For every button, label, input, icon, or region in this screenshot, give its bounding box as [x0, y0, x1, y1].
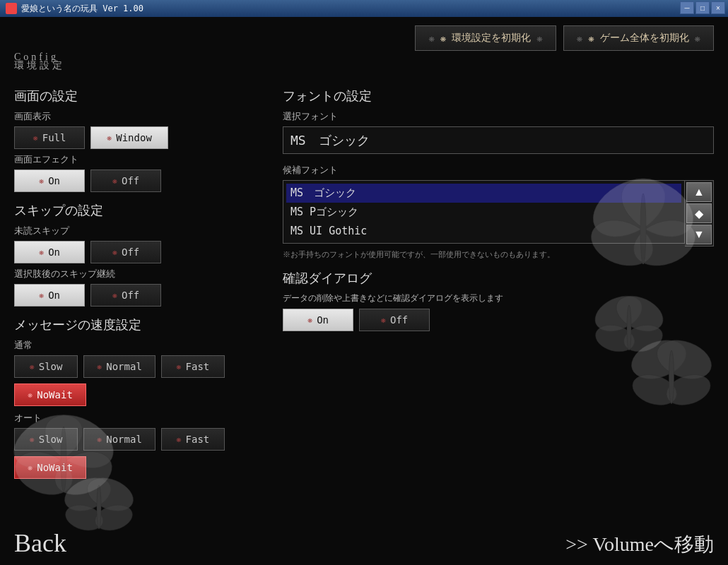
after-off-button[interactable]: ❋ Off: [90, 284, 161, 307]
auto-normal-button[interactable]: ❋ Normal: [83, 428, 155, 451]
normal-nowait-button[interactable]: ❋ NoWait: [14, 383, 86, 406]
window-icon: ❋: [107, 133, 112, 143]
unread-off-button[interactable]: ❋ Off: [90, 241, 161, 263]
n-nowait-icon: ❋: [28, 390, 33, 400]
message-speed-section: メッセージの速度設定 通常 ❋ Slow ❋ Normal ❋ Fast: [14, 316, 254, 479]
font-up-button[interactable]: ▲: [686, 182, 712, 202]
confirm-off-icon: ❋: [381, 315, 386, 325]
font-diamond-button[interactable]: ◆: [686, 203, 712, 223]
maximize-button[interactable]: □: [695, 1, 710, 14]
unread-skip-label: 未読スキップ: [14, 225, 254, 237]
unread-on-icon: ❋: [39, 247, 44, 257]
bottom-nav: Back >> Volumeへ移動: [14, 528, 714, 558]
normal-fast-button[interactable]: ❋ Fast: [161, 355, 225, 378]
reset-all-label: ゲーム全体を初期化: [600, 32, 689, 44]
font-item-0[interactable]: MS ゴシック: [286, 184, 681, 203]
after-choice-label: 選択肢後のスキップ継続: [14, 268, 254, 280]
font-note: ※お手持ちのフォントが使用可能ですが、一部使用できないものもあります。: [283, 249, 714, 260]
effect-off-icon: ❋: [112, 176, 117, 186]
confirm-on-icon: ❋: [307, 315, 312, 325]
skip-section-title: スキップの設定: [14, 202, 254, 219]
font-item-1[interactable]: MS Pゴシック: [286, 203, 681, 222]
effect-on-button[interactable]: ❋ On: [14, 170, 85, 192]
normal-speed-label: 通常: [14, 339, 254, 352]
auto-fast-button[interactable]: ❋ Fast: [161, 428, 225, 451]
a-nowait-icon: ❋: [28, 463, 33, 472]
auto-nowait-button[interactable]: ❋ NoWait: [14, 456, 86, 479]
confirm-desc: データの削除や上書きなどに確認ダイアログを表示します: [283, 292, 714, 304]
normal-normal-button[interactable]: ❋ Normal: [83, 355, 155, 378]
a-normal-icon: ❋: [97, 434, 102, 444]
screen-display-label: 画面表示: [14, 110, 254, 123]
font-item-3[interactable]: Gulim: [286, 240, 681, 244]
reset-all-icon: ❋: [588, 32, 594, 44]
font-section-title: フォントの設定: [283, 88, 714, 105]
confirm-on-button[interactable]: ❋ On: [283, 309, 353, 331]
message-speed-title: メッセージの速度設定: [14, 316, 254, 333]
unread-on-button[interactable]: ❋ On: [14, 241, 85, 263]
font-list-controls: ▲ ◆ ▼: [685, 180, 714, 246]
auto-slow-button[interactable]: ❋ Slow: [14, 428, 78, 451]
a-fast-icon: ❋: [176, 434, 181, 444]
normal-slow-button[interactable]: ❋ Slow: [14, 355, 78, 378]
next-button[interactable]: >> Volumeへ移動: [565, 531, 714, 558]
back-button[interactable]: Back: [14, 528, 66, 558]
n-fast-icon: ❋: [176, 362, 181, 371]
confirm-section-title: 確認ダイアログ: [283, 270, 714, 287]
svg-point-25: [97, 485, 101, 529]
confirm-section: 確認ダイアログ データの削除や上書きなどに確認ダイアログを表示します ❋ On …: [283, 270, 714, 331]
font-item-2[interactable]: MS UI Gothic: [286, 222, 681, 240]
close-button[interactable]: ×: [711, 1, 725, 14]
auto-speed-label: オート: [14, 412, 254, 424]
after-off-icon: ❋: [112, 290, 117, 300]
reset-env-label: 環境設定を初期化: [452, 32, 531, 44]
effect-on-icon: ❋: [39, 176, 44, 186]
font-section: フォントの設定 選択フォント 候補フォント MS ゴシック MS Pゴシック M…: [283, 88, 714, 260]
font-down-button[interactable]: ▼: [686, 225, 712, 244]
title-bar-icon: [6, 3, 17, 14]
config-subtitle: 環境設定: [14, 59, 65, 72]
minimize-button[interactable]: ─: [680, 1, 694, 14]
unread-off-icon: ❋: [112, 247, 117, 257]
after-on-button[interactable]: ❋ On: [14, 284, 85, 307]
font-candidate-label: 候補フォント: [283, 164, 714, 177]
font-list[interactable]: MS ゴシック MS Pゴシック MS UI Gothic Gulim: [283, 180, 685, 244]
reset-all-button[interactable]: ❋ ゲーム全体を初期化: [563, 25, 714, 51]
effect-off-button[interactable]: ❋ Off: [90, 170, 161, 192]
reset-env-icon: ❋: [440, 32, 446, 44]
confirm-off-button[interactable]: ❋ Off: [359, 309, 430, 331]
after-on-icon: ❋: [39, 290, 44, 300]
n-slow-icon: ❋: [30, 362, 35, 371]
screen-section: 画面の設定 画面表示 ❋ Full ❋ Window 画面エフェクト ❋: [14, 88, 254, 192]
window-screen-button[interactable]: ❋ Window: [90, 126, 168, 149]
reset-env-button[interactable]: ❋ 環境設定を初期化: [415, 25, 556, 51]
top-action-buttons: ❋ 環境設定を初期化 ❋ ゲーム全体を初期化: [14, 25, 714, 51]
n-normal-icon: ❋: [97, 362, 102, 371]
a-slow-icon: ❋: [30, 434, 35, 444]
font-select-label: 選択フォント: [283, 110, 714, 123]
screen-section-title: 画面の設定: [14, 88, 254, 105]
full-screen-button[interactable]: ❋ Full: [14, 126, 85, 149]
font-selected-input[interactable]: [283, 126, 714, 154]
title-bar: 愛娘という名の玩具 Ver 1.00 ─ □ ×: [0, 0, 728, 17]
skip-section: スキップの設定 未読スキップ ❋ On ❋ Off 選択肢後のスキップ継続 ❋: [14, 202, 254, 307]
full-icon: ❋: [33, 133, 38, 143]
title-bar-text: 愛娘という名の玩具 Ver 1.00: [21, 3, 143, 15]
screen-effect-label: 画面エフェクト: [14, 153, 254, 166]
